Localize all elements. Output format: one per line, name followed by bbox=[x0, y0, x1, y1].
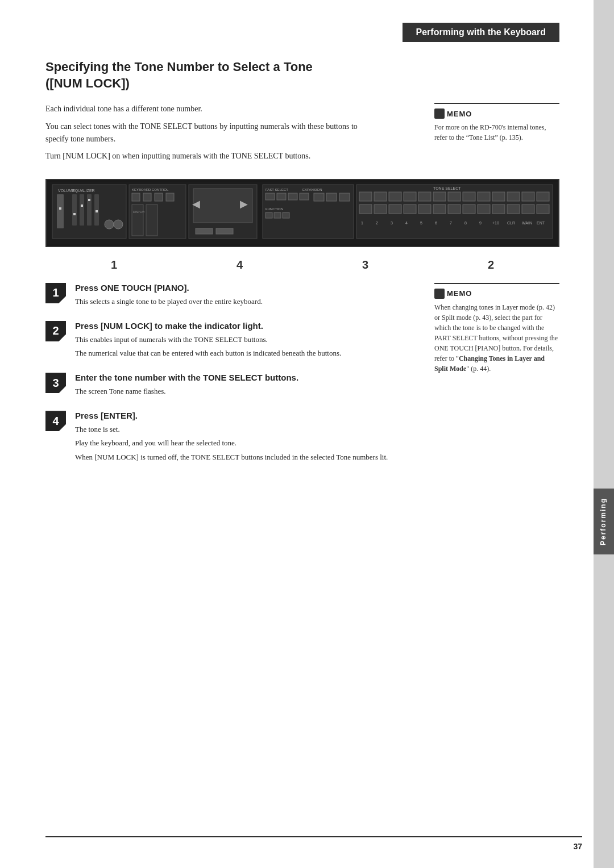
step-content-2: Press [NUM LOCK] to make the indicator l… bbox=[75, 321, 412, 361]
side-tab: Performing bbox=[594, 0, 614, 868]
page-number: 37 bbox=[573, 842, 582, 851]
svg-text:8: 8 bbox=[464, 221, 467, 225]
svg-text:DISPLAY: DISPLAY bbox=[133, 210, 145, 214]
svg-rect-62 bbox=[389, 205, 401, 214]
steps-right: MEMO When changing tones in Layer mode (… bbox=[434, 283, 559, 477]
page-title: Specifying the Tone Number to Select a T… bbox=[45, 59, 559, 91]
svg-rect-48 bbox=[374, 192, 387, 201]
svg-rect-21 bbox=[166, 193, 174, 201]
svg-rect-50 bbox=[404, 192, 416, 201]
svg-rect-52 bbox=[433, 192, 446, 201]
svg-rect-34 bbox=[265, 193, 275, 200]
svg-rect-12 bbox=[94, 194, 99, 226]
memo-text-1: For more on the RD-700's internal tones,… bbox=[434, 122, 559, 143]
svg-rect-72 bbox=[537, 205, 549, 214]
svg-text:ENT: ENT bbox=[537, 221, 545, 225]
intro-para1: Each individual tone has a different ton… bbox=[45, 103, 375, 115]
step-item-4: 4 Press [ENTER]. The tone is set. Play t… bbox=[45, 411, 412, 465]
svg-rect-70 bbox=[507, 205, 520, 214]
step-desc-4-1: The tone is set. bbox=[75, 424, 412, 435]
svg-rect-58 bbox=[522, 192, 534, 201]
step-desc-4-3: When [NUM LOCK] is turned off, the TONE … bbox=[75, 452, 412, 463]
svg-rect-22 bbox=[132, 205, 143, 236]
step-item-1: 1 Press ONE TOUCH [PIANO]. This selects … bbox=[45, 283, 412, 310]
steps-area: 1 Press ONE TOUCH [PIANO]. This selects … bbox=[45, 283, 559, 477]
step-desc-2-1: This enables input of numerals with the … bbox=[75, 334, 412, 345]
svg-rect-47 bbox=[359, 192, 372, 201]
intro-section: Each individual tone has a different ton… bbox=[45, 103, 559, 168]
svg-rect-57 bbox=[507, 192, 520, 201]
svg-rect-61 bbox=[374, 205, 387, 214]
svg-text:3: 3 bbox=[391, 221, 393, 225]
svg-text:▶: ▶ bbox=[240, 198, 248, 210]
diagram-num-3: 3 bbox=[302, 258, 428, 272]
memo-text-2: When changing tones in Layer mode (p. 42… bbox=[434, 302, 559, 374]
svg-rect-66 bbox=[448, 205, 460, 214]
svg-rect-11 bbox=[88, 199, 90, 201]
step-title-3: Enter the tone number with the TONE SELE… bbox=[75, 373, 412, 382]
keyboard-svg: VOLUME EQUALIZER KEYBOARD CONTROL bbox=[47, 180, 558, 246]
svg-rect-36 bbox=[288, 193, 297, 200]
memo-box-2: MEMO When changing tones in Layer mode (… bbox=[434, 283, 559, 374]
svg-text:EQUALIZER: EQUALIZER bbox=[72, 189, 95, 193]
title-line1: Specifying the Tone Number to Select a T… bbox=[45, 60, 313, 74]
svg-rect-35 bbox=[277, 193, 286, 200]
step-content-4: Press [ENTER]. The tone is set. Play the… bbox=[75, 411, 412, 465]
svg-text:7: 7 bbox=[450, 221, 452, 225]
svg-rect-67 bbox=[463, 205, 475, 214]
intro-para3: Turn [NUM LOCK] on when inputting numera… bbox=[45, 150, 375, 162]
intro-left: Each individual tone has a different ton… bbox=[45, 103, 412, 168]
main-content: Performing with the Keyboard Specifying … bbox=[0, 0, 594, 868]
step-content-3: Enter the tone number with the TONE SELE… bbox=[75, 373, 412, 399]
keyboard-diagram: VOLUME EQUALIZER KEYBOARD CONTROL bbox=[45, 179, 559, 247]
diagram-numbers: 1 4 3 2 bbox=[45, 258, 559, 272]
svg-point-14 bbox=[105, 220, 114, 229]
step-title-2: Press [NUM LOCK] to make the indicator l… bbox=[75, 321, 412, 331]
svg-rect-27 bbox=[196, 228, 213, 234]
intro-para2: You can select tones with the TONE SELEC… bbox=[45, 120, 375, 146]
svg-rect-31 bbox=[263, 185, 354, 239]
svg-rect-42 bbox=[265, 212, 272, 218]
svg-rect-40 bbox=[339, 193, 350, 201]
svg-rect-23 bbox=[146, 205, 157, 236]
svg-rect-56 bbox=[492, 192, 505, 201]
svg-text:◀: ◀ bbox=[192, 198, 200, 210]
diagram-num-2: 4 bbox=[177, 258, 302, 272]
svg-rect-55 bbox=[478, 192, 490, 201]
svg-text:9: 9 bbox=[479, 221, 482, 225]
svg-text:6: 6 bbox=[435, 221, 437, 225]
svg-rect-54 bbox=[463, 192, 475, 201]
section-header-box: Performing with the Keyboard bbox=[403, 23, 559, 42]
bottom-rule bbox=[45, 836, 582, 837]
svg-point-15 bbox=[114, 220, 123, 229]
svg-text:FUNCTION: FUNCTION bbox=[265, 207, 283, 211]
svg-text:WAIN: WAIN bbox=[522, 221, 532, 225]
memo-title-2: MEMO bbox=[434, 289, 559, 299]
svg-rect-44 bbox=[283, 212, 289, 218]
svg-rect-38 bbox=[314, 193, 324, 201]
svg-rect-20 bbox=[155, 193, 163, 201]
svg-rect-28 bbox=[216, 228, 233, 234]
svg-text:5: 5 bbox=[420, 221, 422, 225]
diagram-num-4: 2 bbox=[428, 258, 554, 272]
svg-rect-65 bbox=[433, 205, 446, 214]
step-desc-4-2: Play the keyboard, and you will hear the… bbox=[75, 437, 412, 449]
svg-rect-68 bbox=[478, 205, 490, 214]
svg-text:2: 2 bbox=[376, 221, 378, 225]
svg-rect-9 bbox=[81, 205, 83, 207]
memo-title-1: MEMO bbox=[434, 108, 559, 119]
svg-text:FAST SELECT: FAST SELECT bbox=[265, 188, 288, 191]
header-area: Performing with the Keyboard bbox=[45, 0, 559, 42]
svg-text:+10: +10 bbox=[492, 221, 499, 225]
svg-rect-19 bbox=[143, 193, 151, 201]
svg-rect-69 bbox=[492, 205, 505, 214]
step-number-1: 1 bbox=[45, 283, 66, 303]
step-content-1: Press ONE TOUCH [PIANO]. This selects a … bbox=[75, 283, 412, 310]
step-title-4: Press [ENTER]. bbox=[75, 411, 412, 420]
svg-rect-49 bbox=[389, 192, 401, 201]
step-title-1: Press ONE TOUCH [PIANO]. bbox=[75, 283, 412, 293]
memo-box-1: MEMO For more on the RD-700's internal t… bbox=[434, 103, 559, 143]
step-item-2: 2 Press [NUM LOCK] to make the indicator… bbox=[45, 321, 412, 361]
svg-rect-59 bbox=[537, 192, 549, 201]
svg-text:1: 1 bbox=[361, 221, 363, 225]
